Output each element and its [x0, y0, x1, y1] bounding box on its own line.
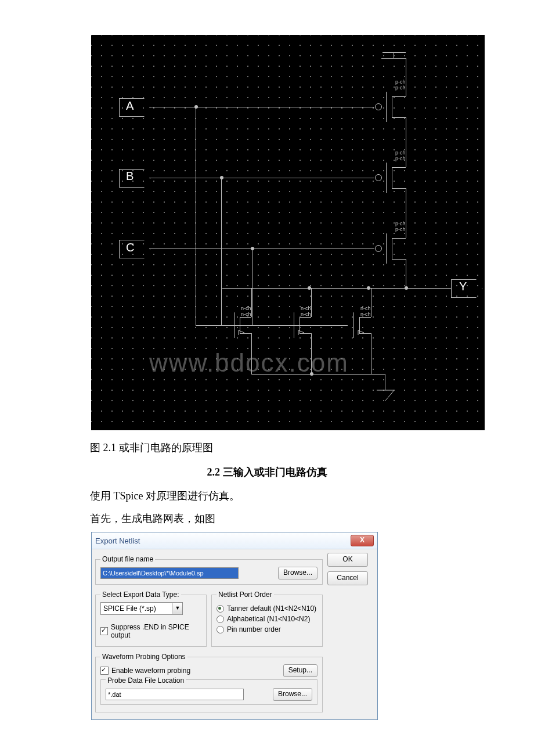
radio-tanner-default[interactable]	[217, 605, 224, 613]
export-netlist-dialog: Export Netlist X Output file name C:\Use…	[91, 532, 378, 720]
checkbox-label: Suppress .END in SPICE output	[111, 623, 201, 639]
group-label: Output file name	[100, 555, 155, 563]
export-type-group: Select Export Data Type: SPICE File (*.s…	[95, 591, 207, 647]
paragraph: 首先，生成电路网表，如图	[90, 510, 444, 528]
nmos-arrow	[297, 330, 305, 336]
port-a	[119, 98, 150, 117]
radio-label: Tanner default (N1<N2<N10)	[227, 604, 316, 613]
section-heading: 2.2 三输入或非门电路仿真	[90, 465, 444, 479]
nmos-text: n-ch	[301, 311, 311, 317]
paragraph: 使用 TSpice 对原理图进行仿真。	[90, 487, 444, 505]
export-type-combo[interactable]: SPICE File (*.sp) ▼	[100, 602, 183, 615]
pmos-text: p-ch	[395, 79, 406, 85]
output-path-input[interactable]: C:\Users\dell\Desktop\*\Module0.sp	[100, 567, 239, 579]
radio-alphabetical[interactable]	[217, 615, 224, 623]
ground-symbol	[376, 389, 395, 402]
dialog-titlebar: Export Netlist X	[92, 532, 377, 549]
ok-button[interactable]: OK	[327, 553, 368, 567]
browse-button[interactable]: Browse...	[273, 688, 312, 701]
pmos-text: p-ch	[395, 85, 406, 91]
output-filename-group: Output file name C:\Users\dell\Desktop\*…	[95, 555, 323, 585]
port-b	[119, 169, 150, 188]
radio-pin-number[interactable]	[217, 626, 224, 633]
setup-button[interactable]: Setup...	[283, 664, 317, 677]
nmos-arrow	[237, 330, 246, 336]
dialog-title: Export Netlist	[95, 537, 140, 545]
watermark-text: www.bdocx.com	[149, 348, 349, 377]
close-button[interactable]: X	[351, 535, 374, 546]
waveform-group: Waveform Probing Options Enable waveform…	[95, 653, 323, 712]
nmos-text: n-ch	[241, 305, 251, 311]
cancel-button[interactable]: Cancel	[327, 571, 368, 585]
pmos-bubble	[375, 245, 382, 252]
port-a-label: A	[126, 99, 134, 113]
suppress-end-checkbox[interactable]	[100, 627, 108, 635]
enable-waveform-checkbox[interactable]	[100, 667, 109, 675]
chevron-down-icon[interactable]: ▼	[172, 603, 182, 614]
pmos-text: p-ch	[395, 150, 406, 156]
nmos-arrow	[357, 330, 365, 336]
port-order-group: Netlist Port Order Tanner default (N1<N2…	[211, 591, 323, 647]
group-label: Waveform Probing Options	[100, 653, 187, 661]
nmos-text: n-ch	[360, 305, 371, 311]
group-label: Probe Data File Location	[106, 676, 186, 685]
schematic-diagram: A B C Y p-ch p-ch p-ch p-ch p-ch p-ch	[91, 35, 485, 430]
browse-button[interactable]: Browse...	[278, 567, 317, 579]
figure-caption: 图 2.1 或非门电路的原理图	[90, 441, 444, 455]
checkbox-label: Enable waveform probing	[111, 667, 190, 675]
nmos-text: n-ch	[360, 311, 371, 317]
port-y-label: Y	[459, 280, 467, 293]
pmos-text: p-ch	[395, 226, 406, 232]
probe-path-input[interactable]: *.dat	[106, 689, 244, 700]
group-label: Netlist Port Order	[217, 591, 274, 599]
pmos-text: p-ch	[395, 156, 406, 161]
port-b-label: B	[126, 170, 134, 183]
probe-location-group: Probe Data File Location *.dat Browse...	[100, 679, 317, 705]
radio-label: Pin number order	[227, 625, 281, 633]
pmos-bubble	[375, 103, 382, 110]
port-c	[119, 240, 150, 258]
port-c-label: C	[126, 241, 134, 254]
radio-label: Alphabetical (N1<N10<N2)	[227, 615, 310, 623]
pmos-text: p-ch	[395, 221, 406, 226]
combo-value: SPICE File (*.sp)	[101, 604, 172, 613]
nmos-text: n-ch	[301, 305, 311, 311]
pmos-bubble	[375, 174, 382, 181]
group-label: Select Export Data Type:	[100, 591, 181, 599]
nmos-text: n-ch	[241, 311, 251, 317]
